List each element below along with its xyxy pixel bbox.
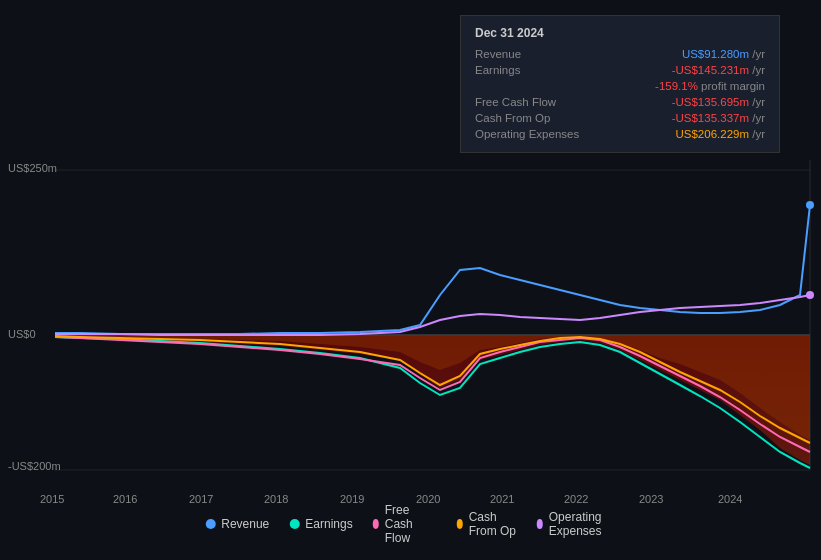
svg-point-5 bbox=[806, 201, 814, 209]
legend-label-cashfromop: Cash From Op bbox=[469, 510, 517, 538]
legend-dot-earnings bbox=[289, 519, 299, 529]
tooltip-value-earnings: -US$145.231m /yr bbox=[616, 62, 765, 78]
legend-dot-opex bbox=[537, 519, 543, 529]
tooltip-value-fcf: -US$135.695m /yr bbox=[616, 94, 765, 110]
tooltip-row-profit-margin: -159.1% profit margin bbox=[475, 78, 765, 94]
tooltip-row-revenue: Revenue US$91.280m /yr bbox=[475, 46, 765, 62]
y-label-top: US$250m bbox=[8, 162, 57, 174]
tooltip-table: Revenue US$91.280m /yr Earnings -US$145.… bbox=[475, 46, 765, 142]
tooltip-label-profit-margin bbox=[475, 78, 616, 94]
legend-label-revenue: Revenue bbox=[221, 517, 269, 531]
tooltip-value-cashfromop: -US$135.337m /yr bbox=[616, 110, 765, 126]
legend-item-opex[interactable]: Operating Expenses bbox=[537, 510, 616, 538]
y-label-bottom: -US$200m bbox=[8, 460, 61, 472]
tooltip-panel: Dec 31 2024 Revenue US$91.280m /yr Earni… bbox=[460, 15, 780, 153]
tooltip-label-revenue: Revenue bbox=[475, 46, 616, 62]
chart-legend: Revenue Earnings Free Cash Flow Cash Fro… bbox=[205, 503, 616, 545]
tooltip-value-opex: US$206.229m /yr bbox=[616, 126, 765, 142]
tooltip-value-profit-margin: -159.1% profit margin bbox=[616, 78, 765, 94]
tooltip-row-opex: Operating Expenses US$206.229m /yr bbox=[475, 126, 765, 142]
tooltip-label-fcf: Free Cash Flow bbox=[475, 94, 616, 110]
legend-label-fcf: Free Cash Flow bbox=[385, 503, 437, 545]
legend-item-revenue[interactable]: Revenue bbox=[205, 517, 269, 531]
x-label-2024: 2024 bbox=[718, 493, 742, 505]
tooltip-label-opex: Operating Expenses bbox=[475, 126, 616, 142]
legend-label-earnings: Earnings bbox=[305, 517, 352, 531]
legend-dot-revenue bbox=[205, 519, 215, 529]
y-label-zero: US$0 bbox=[8, 328, 36, 340]
svg-point-6 bbox=[806, 291, 814, 299]
tooltip-value-revenue: US$91.280m /yr bbox=[616, 46, 765, 62]
chart-container: US$250m US$0 -US$200m 2015 2016 2017 201… bbox=[0, 0, 821, 560]
x-label-2023: 2023 bbox=[639, 493, 663, 505]
tooltip-row-cashfromop: Cash From Op -US$135.337m /yr bbox=[475, 110, 765, 126]
tooltip-date: Dec 31 2024 bbox=[475, 26, 765, 40]
legend-item-earnings[interactable]: Earnings bbox=[289, 517, 352, 531]
tooltip-row-fcf: Free Cash Flow -US$135.695m /yr bbox=[475, 94, 765, 110]
legend-item-fcf[interactable]: Free Cash Flow bbox=[373, 503, 437, 545]
x-label-2016: 2016 bbox=[113, 493, 137, 505]
legend-item-cashfromop[interactable]: Cash From Op bbox=[457, 510, 517, 538]
tooltip-row-earnings: Earnings -US$145.231m /yr bbox=[475, 62, 765, 78]
legend-label-opex: Operating Expenses bbox=[549, 510, 616, 538]
tooltip-label-earnings: Earnings bbox=[475, 62, 616, 78]
legend-dot-cashfromop bbox=[457, 519, 463, 529]
tooltip-label-cashfromop: Cash From Op bbox=[475, 110, 616, 126]
x-label-2015: 2015 bbox=[40, 493, 64, 505]
legend-dot-fcf bbox=[373, 519, 379, 529]
svg-rect-0 bbox=[55, 160, 815, 470]
